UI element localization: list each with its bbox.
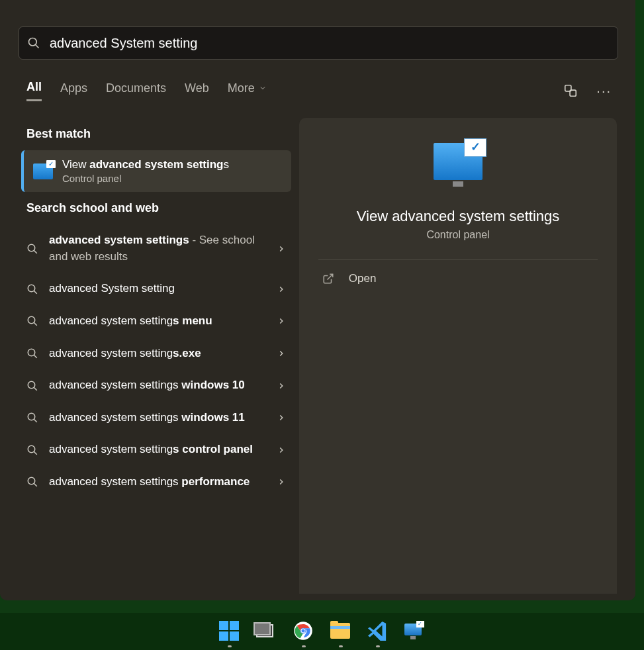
- tab-documents[interactable]: Documents: [106, 81, 166, 101]
- app-button[interactable]: ✓: [404, 621, 426, 642]
- search-bar[interactable]: [19, 26, 618, 60]
- search-icon: [26, 444, 38, 456]
- svg-line-7: [34, 291, 37, 294]
- tab-apps[interactable]: Apps: [60, 81, 87, 101]
- best-match-result[interactable]: View advanced system settings Control pa…: [21, 150, 291, 192]
- open-label: Open: [349, 272, 377, 285]
- web-result[interactable]: advanced system settings control panel: [21, 434, 291, 466]
- svg-point-0: [29, 38, 37, 46]
- control-panel-icon: [434, 143, 483, 180]
- start-button[interactable]: [219, 621, 240, 642]
- chevron-right-icon: [277, 445, 286, 455]
- search-input[interactable]: [50, 36, 610, 51]
- search-icon: [26, 412, 38, 424]
- taskview-icon: [256, 624, 273, 637]
- web-result[interactable]: advanced system settings menu: [21, 305, 291, 338]
- svg-line-9: [34, 322, 37, 326]
- chevron-right-icon: [277, 316, 286, 326]
- filter-tabs: All Apps Documents Web More ···: [26, 77, 616, 105]
- web-result[interactable]: advanced system settings windows 11: [21, 402, 291, 434]
- chevron-right-icon: [277, 381, 286, 391]
- chevron-right-icon: [277, 244, 286, 254]
- best-match-title: View advanced system settings: [62, 158, 229, 171]
- svg-point-6: [28, 285, 35, 292]
- taskbar: ✓: [0, 613, 644, 650]
- chevron-right-icon: [277, 285, 286, 294]
- more-options-button[interactable]: ···: [592, 79, 616, 103]
- web-result[interactable]: advanced system settings performance: [21, 466, 291, 498]
- web-result-text: advanced system settings menu: [49, 313, 266, 330]
- chevron-right-icon: [277, 477, 286, 487]
- preview-title: View advanced system settings: [357, 208, 560, 225]
- open-icon: [322, 273, 334, 285]
- preview-subtitle: Control panel: [426, 229, 489, 241]
- web-result-text: advanced system settings windows 10: [49, 377, 266, 394]
- chrome-icon: [293, 621, 313, 641]
- vscode-button[interactable]: [367, 621, 389, 642]
- svg-point-18: [28, 478, 35, 485]
- taskview-button[interactable]: [256, 621, 277, 642]
- best-match-subtitle: Control panel: [62, 173, 229, 184]
- svg-point-8: [28, 316, 35, 324]
- search-icon: [26, 348, 38, 359]
- web-result[interactable]: advanced System setting: [21, 273, 291, 305]
- monitor-icon: ✓: [404, 624, 422, 635]
- search-icon: [26, 315, 38, 327]
- svg-line-20: [327, 274, 332, 279]
- search-icon: [27, 36, 40, 50]
- web-result-text: advanced system settings control panel: [49, 441, 266, 458]
- folder-icon: [330, 623, 350, 639]
- svg-point-14: [28, 413, 35, 420]
- search-icon: [26, 283, 38, 295]
- svg-line-5: [34, 250, 37, 254]
- search-icon: [26, 380, 38, 392]
- chevron-right-icon: [277, 349, 286, 358]
- web-result-text: advanced system settings windows 11: [49, 410, 266, 426]
- web-result[interactable]: advanced system settings windows 10: [21, 369, 291, 402]
- svg-point-4: [28, 244, 35, 252]
- svg-point-24: [301, 629, 304, 633]
- tab-all[interactable]: All: [26, 80, 42, 101]
- search-icon: [26, 243, 38, 255]
- start-menu-panel: All Apps Documents Web More ··· Best mat…: [0, 0, 635, 600]
- windows-logo-icon: [219, 621, 239, 641]
- svg-line-17: [34, 451, 37, 455]
- search-icon: [26, 476, 38, 488]
- preview-pane: View advanced system settings Control pa…: [299, 118, 617, 594]
- web-result[interactable]: advanced system settings - See school an…: [21, 224, 291, 273]
- web-result-text: advanced system settings.exe: [49, 346, 266, 362]
- svg-line-15: [34, 419, 37, 422]
- svg-line-13: [34, 387, 37, 391]
- chevron-down-icon: [259, 84, 267, 92]
- svg-point-10: [28, 349, 35, 356]
- best-match-header: Best match: [26, 127, 291, 141]
- svg-point-16: [28, 445, 35, 453]
- account-switch-button[interactable]: [559, 79, 582, 102]
- vscode-icon: [367, 621, 387, 641]
- chrome-button[interactable]: [293, 621, 314, 642]
- svg-point-12: [28, 381, 35, 389]
- results-list: Best match View advanced system settings…: [21, 118, 291, 594]
- open-action[interactable]: Open: [318, 260, 598, 297]
- chevron-right-icon: [277, 413, 286, 422]
- svg-line-11: [34, 355, 37, 358]
- file-explorer-button[interactable]: [330, 621, 351, 642]
- web-result[interactable]: advanced system settings.exe: [21, 338, 291, 370]
- web-result-text: advanced System setting: [49, 281, 266, 297]
- control-panel-icon: [33, 163, 53, 179]
- web-result-text: advanced system settings performance: [49, 474, 266, 490]
- web-result-text: advanced system settings - See school an…: [49, 232, 266, 265]
- search-web-header: Search school and web: [26, 201, 291, 215]
- tab-web[interactable]: Web: [185, 81, 209, 101]
- tab-more[interactable]: More: [228, 81, 267, 101]
- svg-line-19: [34, 484, 37, 487]
- svg-line-1: [36, 45, 39, 48]
